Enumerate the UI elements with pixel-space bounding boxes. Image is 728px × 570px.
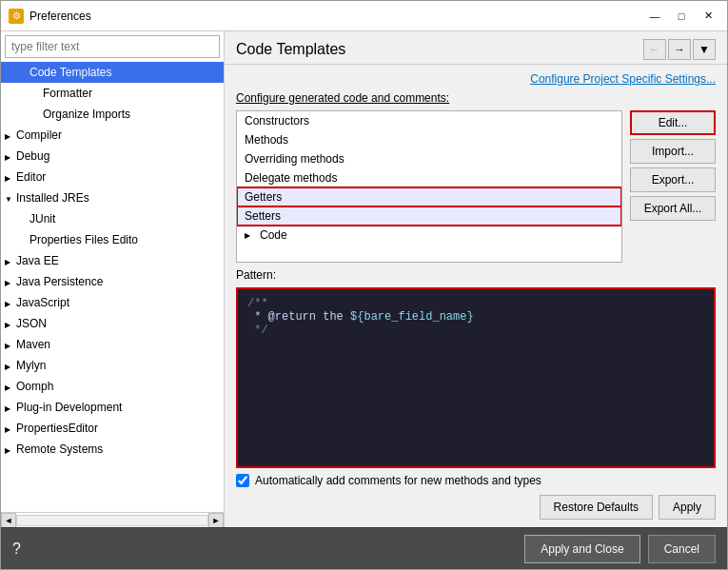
window-title: Preferences [30, 10, 91, 23]
panel-title: Code Templates [236, 41, 345, 58]
templates-list: Constructors Methods Overriding methods … [236, 110, 622, 263]
sidebar-item-junit[interactable]: JUnit [1, 208, 224, 229]
main-content: Code Templates Formatter Organize Import… [1, 31, 727, 527]
footer: ? Apply and Close Cancel [1, 527, 727, 569]
configure-link-container: Configure Project Specific Settings... [236, 72, 716, 86]
title-bar-left: ⚙ Preferences [9, 9, 91, 24]
arrow-icon [5, 382, 16, 392]
sidebar-item-organize-imports[interactable]: Organize Imports [1, 104, 224, 125]
template-delegate-methods[interactable]: Delegate methods [237, 168, 621, 187]
sidebar-item-javascript[interactable]: JavaScript [1, 292, 224, 313]
pattern-label: Pattern: [236, 268, 716, 282]
template-getters[interactable]: Getters [237, 187, 621, 206]
pattern-line1: /** [247, 297, 268, 310]
arrow-icon [5, 403, 16, 413]
filter-input[interactable] [5, 35, 220, 58]
nav-back-button[interactable]: ← [643, 39, 666, 60]
bottom-actions: Restore Defaults Apply [225, 495, 727, 527]
sidebar-scrollbar[interactable]: ◄ ► [1, 512, 224, 527]
template-setters[interactable]: Setters [237, 206, 621, 226]
sidebar-item-editor[interactable]: Editor [1, 167, 224, 187]
template-overriding-methods[interactable]: Overriding methods [237, 149, 621, 168]
apply-button[interactable]: Apply [659, 495, 716, 520]
template-buttons: Edit... Import... Export... Export All..… [630, 110, 716, 263]
arrow-icon [5, 423, 16, 434]
nav-dropdown-button[interactable]: ▼ [693, 39, 716, 60]
pattern-line3: */ [247, 324, 268, 337]
arrow-icon [5, 298, 16, 308]
arrow-icon [5, 151, 16, 162]
auto-comments-checkbox[interactable] [236, 474, 249, 487]
import-button[interactable]: Import... [630, 139, 716, 164]
sidebar-item-json[interactable]: JSON [1, 313, 224, 334]
sidebar-item-maven[interactable]: Maven [1, 334, 224, 355]
pattern-box: /** * @return the ${bare_field_name} */ [236, 287, 716, 468]
sidebar-item-java-persistence[interactable]: Java Persistence [1, 271, 224, 292]
arrow-icon [5, 444, 16, 455]
sidebar-item-properties-editor[interactable]: PropertiesEditor [1, 418, 224, 439]
nav-buttons: ← → ▼ [643, 39, 716, 60]
arrow-icon [5, 172, 16, 183]
sidebar-item-code-templates[interactable]: Code Templates [1, 62, 224, 83]
apply-and-close-button[interactable]: Apply and Close [524, 535, 639, 563]
arrow-icon [5, 256, 16, 266]
tree-container: Code Templates Formatter Organize Import… [1, 62, 224, 512]
app-icon: ⚙ [9, 9, 24, 24]
cancel-button[interactable]: Cancel [648, 535, 716, 563]
scroll-left-btn[interactable]: ◄ [1, 513, 16, 528]
sidebar-item-mylyn[interactable]: Mylyn [1, 355, 224, 376]
export-all-button[interactable]: Export All... [630, 196, 716, 221]
pattern-tag: ${bare_field_name} [350, 310, 474, 324]
template-code-group[interactable]: Code [237, 226, 621, 245]
configure-label: Configure generated code and comments: [236, 91, 716, 105]
right-body: Configure Project Specific Settings... C… [225, 65, 727, 495]
restore-defaults-button[interactable]: Restore Defaults [540, 495, 653, 520]
auto-comments-label: Automatically add comments for new metho… [255, 474, 541, 487]
sidebar-item-remote-systems[interactable]: Remote Systems [1, 439, 224, 460]
edit-button[interactable]: Edit... [630, 110, 716, 135]
window-controls: — □ ✕ [643, 7, 719, 26]
sidebar-item-compiler[interactable]: Compiler [1, 125, 224, 146]
export-button[interactable]: Export... [630, 167, 716, 192]
sidebar: Code Templates Formatter Organize Import… [1, 31, 225, 527]
maximize-button[interactable]: □ [670, 7, 693, 26]
preferences-window: ⚙ Preferences — □ ✕ Code Templates Forma… [0, 0, 728, 570]
template-methods[interactable]: Methods [237, 130, 621, 149]
arrow-icon [5, 277, 16, 287]
right-panel: Code Templates ← → ▼ Configure Project S… [225, 31, 727, 527]
arrow-icon [5, 340, 16, 350]
arrow-icon [5, 319, 16, 329]
minimize-button[interactable]: — [643, 7, 666, 26]
scroll-right-btn[interactable]: ► [208, 513, 224, 528]
templates-area: Constructors Methods Overriding methods … [236, 110, 716, 263]
sidebar-item-properties-files-editor[interactable]: Properties Files Edito [1, 229, 224, 250]
template-constructors[interactable]: Constructors [237, 111, 621, 130]
configure-link[interactable]: Configure Project Specific Settings... [530, 72, 716, 86]
horizontal-scrollbar[interactable] [16, 515, 208, 526]
sidebar-item-java-ee[interactable]: Java EE [1, 250, 224, 271]
nav-forward-button[interactable]: → [668, 39, 691, 60]
sidebar-item-debug[interactable]: Debug [1, 146, 224, 167]
title-bar: ⚙ Preferences — □ ✕ [1, 1, 727, 31]
arrow-icon [5, 193, 16, 204]
help-icon[interactable]: ? [12, 541, 21, 558]
sidebar-item-plugin-development[interactable]: Plug-in Development [1, 397, 224, 418]
close-button[interactable]: ✕ [697, 7, 719, 26]
sidebar-item-formatter[interactable]: Formatter [1, 83, 224, 104]
arrow-icon [5, 361, 16, 371]
checkbox-row: Automatically add comments for new metho… [236, 474, 716, 487]
arrow-icon [5, 130, 16, 141]
sidebar-item-installed-jres[interactable]: Installed JREs [1, 187, 224, 208]
arrow-icon [245, 230, 256, 240]
sidebar-item-oomph[interactable]: Oomph [1, 376, 224, 397]
right-header: Code Templates ← → ▼ [225, 31, 727, 65]
footer-buttons: Apply and Close Cancel [524, 535, 716, 563]
